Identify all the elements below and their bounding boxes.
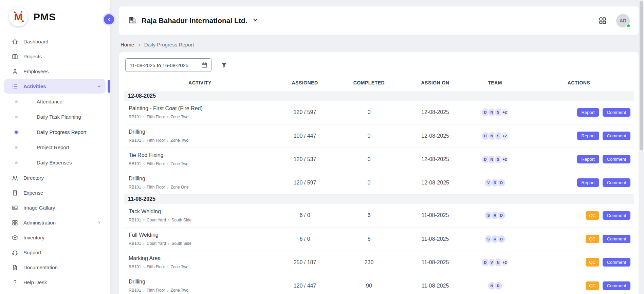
sidebar-item-help-desk[interactable]: Help Desk (4, 275, 106, 290)
company-selector[interactable]: Raja Bahadur International Ltd. (128, 16, 258, 26)
team-avatar[interactable]: R (494, 281, 503, 290)
sidebar-item-projects[interactable]: Projects (4, 49, 106, 64)
assign-on-value: 11-08-2025 (404, 227, 466, 251)
team-extra-count[interactable]: +2 (500, 258, 509, 267)
report-button[interactable]: Report (577, 178, 599, 187)
logo-dot (22, 20, 24, 22)
row-actions: ReportComment (524, 155, 634, 163)
comment-button[interactable]: Comment (603, 211, 630, 220)
completed-value: 6 (334, 204, 404, 227)
qc-button[interactable]: QC (586, 211, 599, 220)
sidebar-subitem-attendance[interactable]: Attendance (0, 94, 110, 109)
sidebar-item-label: Image Gallary (23, 205, 102, 211)
sidebar-item-activities[interactable]: Activities (4, 79, 106, 94)
comment-button[interactable]: Comment (603, 108, 630, 117)
group-header-row: 12-08-2025 (124, 91, 634, 101)
location-segment: Fifth Floor (147, 115, 165, 119)
team-avatar[interactable]: D (497, 178, 506, 187)
team-extra-count[interactable]: +2 (500, 132, 509, 140)
location-segment: South Side (171, 241, 191, 246)
report-button[interactable]: Report (577, 155, 599, 163)
sidebar-item-documentation[interactable]: Documentation (4, 260, 106, 275)
sidebar-item-image-gallary[interactable]: Image Gallary (4, 200, 106, 215)
scrollbar-thumb[interactable] (640, 1, 643, 150)
logo-dot (21, 11, 22, 13)
activity-location: RB101›Fifth Floor›Zone Two (129, 264, 273, 269)
assigned-value: 120 / 597 (276, 101, 334, 124)
column-header-assigned: ASSIGNED (276, 75, 334, 91)
scrollbar-track (639, 0, 644, 294)
activity-location: RB101›Fifth Floor›Zone Two (129, 161, 273, 166)
table-row: Drilling RB101›Fifth Floor›Zone Two 100 … (124, 124, 634, 148)
completed-value: 90 (334, 274, 404, 294)
location-segment: RB101 (129, 115, 141, 119)
breadcrumb: Home›Daily Progress Report (121, 42, 639, 47)
chevron-right-icon: › (143, 115, 145, 119)
sidebar-item-expense[interactable]: Expense (4, 185, 106, 200)
column-header-assign-on: ASSIGN ON (404, 75, 466, 91)
comment-button[interactable]: Comment (603, 281, 630, 290)
comment-button[interactable]: Comment (603, 132, 630, 140)
row-actions: ReportComment (524, 132, 634, 140)
group-header-row: 11-08-2025 (124, 194, 634, 204)
comment-button[interactable]: Comment (603, 258, 630, 267)
sidebar-subitem-daily-progress-report[interactable]: Daily Progress Report (0, 124, 110, 140)
assign-on-value: 12-08-2025 (404, 148, 466, 171)
assigned-value: 6 / 0 (276, 227, 334, 251)
sidebar-item-administration[interactable]: Administration (4, 215, 106, 230)
expense-icon (12, 190, 18, 196)
sidebar-item-employees[interactable]: Employees (4, 64, 106, 79)
sidebar-collapse-button[interactable] (104, 14, 114, 24)
location-segment: Zone Two (170, 161, 188, 166)
comment-button[interactable]: Comment (603, 178, 630, 187)
activity-title: Tack Welding (129, 209, 273, 215)
table-row: Painting - First Coat (Fire Red) RB101›F… (124, 101, 634, 124)
comment-button[interactable]: Comment (603, 235, 630, 243)
breadcrumb-item-daily-progress-report: Daily Progress Report (144, 42, 194, 47)
location-segment: Fifth Floor (147, 288, 165, 293)
user-avatar[interactable]: AD (616, 14, 630, 27)
sidebar-item-directory[interactable]: Directory (4, 171, 106, 185)
calendar-icon (201, 62, 208, 68)
sidebar-subitem-daily-expenses[interactable]: Daily Expenses (0, 155, 110, 170)
app-logo-icon: M (9, 7, 28, 26)
report-button[interactable]: Report (577, 132, 599, 140)
sidebar-subitem-daily-task-planning[interactable]: Daily Task Planning (0, 109, 110, 124)
sidebar-item-label: Administration (23, 220, 92, 226)
chevron-right-icon: › (143, 138, 145, 143)
chevron-down-icon (97, 84, 102, 89)
apps-grid-icon[interactable] (599, 17, 607, 25)
filter-icon[interactable] (220, 61, 228, 69)
qc-button[interactable]: QC (586, 258, 599, 267)
assigned-value: 120 / 597 (276, 171, 334, 194)
activity-title: Marking Area (129, 255, 273, 261)
bullet-dot-icon (15, 146, 18, 149)
avatar-initials: AD (620, 18, 626, 23)
report-button[interactable]: Report (577, 108, 599, 117)
company-name: Raja Bahadur International Ltd. (142, 17, 247, 25)
logo-dot (14, 12, 16, 13)
qc-button[interactable]: QC (586, 235, 599, 243)
location-segment: Zone Two (170, 138, 188, 143)
sidebar-item-dashboard[interactable]: Dashboard (4, 34, 106, 49)
sidebar-item-support[interactable]: Support (4, 245, 106, 260)
date-range-picker[interactable]: 11-08-2025 to 16-08-2025 (125, 58, 211, 72)
qc-button[interactable]: QC (586, 281, 599, 290)
location-segment: Court Yard (147, 218, 166, 222)
chevron-right-icon: › (143, 185, 145, 190)
table-row: Marking Area RB101›Fifth Floor›Zone Two … (124, 251, 634, 274)
sidebar-subitem-project-report[interactable]: Project Report (0, 140, 110, 155)
team-extra-count[interactable]: +2 (500, 155, 509, 164)
assign-on-value: 12-08-2025 (404, 124, 466, 148)
team-avatar[interactable]: D (497, 235, 506, 243)
breadcrumb-item-home[interactable]: Home (121, 42, 134, 47)
chevron-right-icon: › (138, 42, 140, 47)
team-avatar[interactable]: D (497, 211, 506, 220)
sidebar: M PMS DashboardProjectsEmployeesActiviti… (0, 0, 110, 294)
row-actions: QCComment (524, 258, 634, 267)
report-card: 11-08-2025 to 16-08-2025 ACTIVITYASSIGNE… (119, 52, 639, 294)
sidebar-item-inventory[interactable]: Inventory (4, 230, 106, 245)
comment-button[interactable]: Comment (603, 155, 630, 163)
team-extra-count[interactable]: +2 (500, 108, 509, 117)
row-actions: QCComment (524, 211, 634, 220)
